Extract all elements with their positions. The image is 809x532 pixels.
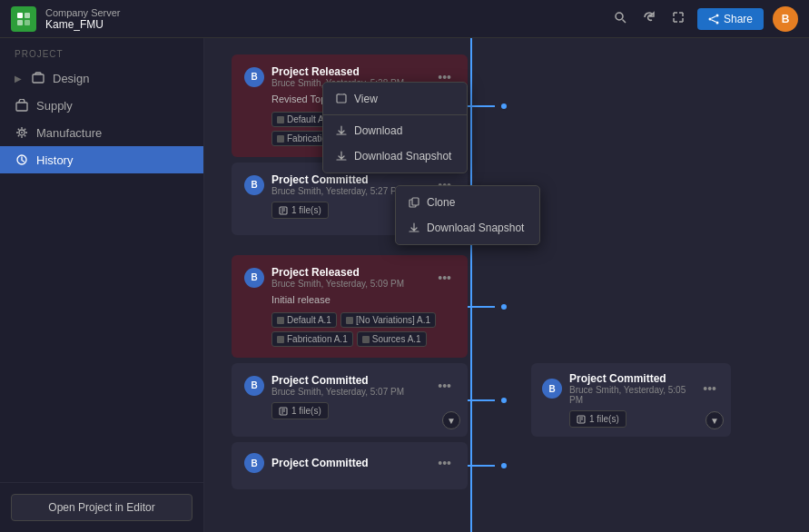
entry-title-2: Project Committed	[271, 173, 427, 186]
search-button[interactable]	[610, 7, 630, 30]
entry-title-4: Project Committed	[271, 374, 427, 387]
entry-files-4: 1 file(s)	[271, 402, 455, 419]
entry-avatar-3: B	[244, 268, 264, 288]
sidebar-item-manufacture-label: Manufacture	[36, 126, 102, 140]
svg-rect-16	[337, 94, 346, 103]
manufacture-icon	[15, 125, 29, 140]
entry-meta-4: Bruce Smith, Yesterday, 5:07 PM	[271, 387, 427, 397]
entry-right-expand-btn-4[interactable]: ▼	[705, 411, 724, 429]
refresh-button[interactable]	[639, 7, 659, 30]
entry-expand-btn-4[interactable]: ▼	[442, 411, 460, 429]
svg-point-8	[715, 21, 718, 24]
sidebar-item-supply-label: Supply	[36, 99, 73, 113]
open-editor-button[interactable]: Open Project in Editor	[11, 494, 192, 521]
dropdown-menu-mid: Clone Download Snapshot	[395, 185, 540, 245]
entry-connector-5	[468, 465, 495, 467]
dropdown-item-view[interactable]: View	[323, 86, 467, 112]
svg-point-7	[708, 17, 711, 20]
svg-point-4	[616, 13, 623, 20]
entry-title-block-4: Project Committed Bruce Smith, Yesterday…	[271, 374, 427, 397]
tag-color-novariations-a1	[346, 317, 353, 324]
svg-line-10	[711, 19, 715, 21]
sidebar-item-manufacture[interactable]: Manufacture	[0, 119, 203, 146]
sidebar: PROJECT ▶ Design Supply Manufacture His	[0, 38, 204, 532]
svg-line-9	[711, 15, 715, 17]
entry-header-5: B Project Committed •••	[244, 453, 455, 473]
entry-meta-3: Bruce Smith, Yesterday, 5:09 PM	[271, 279, 427, 289]
entry-avatar-4: B	[244, 376, 264, 396]
entry-right-files-4: 1 file(s)	[569, 410, 720, 428]
tag-fabrication-a1: Fabrication A.1	[271, 331, 353, 347]
svg-rect-19	[412, 198, 419, 205]
history-entry-4: B Project Committed Bruce Smith, Yesterd…	[232, 363, 782, 437]
timeline-dot-5	[499, 461, 508, 470]
dropdown-item-download[interactable]: Download	[323, 118, 467, 143]
svg-rect-2	[17, 20, 23, 25]
project-name: Kame_FMU	[45, 18, 610, 31]
entry-dot-area-3	[495, 302, 513, 311]
tag-color-sources-a1	[362, 336, 370, 343]
timeline-dot-4	[499, 396, 508, 405]
tag-color-default-a1	[277, 317, 284, 324]
entry-title-5: Project Committed	[271, 457, 427, 469]
timeline-dot-3	[499, 302, 508, 311]
tag-color-default-a2	[277, 116, 284, 123]
sidebar-item-design[interactable]: ▶ Design	[0, 64, 203, 92]
entry-more-btn-4[interactable]: •••	[434, 378, 455, 394]
svg-point-14	[21, 132, 23, 133]
svg-rect-12	[16, 103, 27, 111]
dropdown-item-download-snapshot[interactable]: Download Snapshot	[323, 143, 467, 169]
sidebar-bottom: Open Project in Editor	[0, 482, 203, 532]
user-avatar[interactable]: B	[773, 6, 798, 32]
sidebar-item-history[interactable]: History	[0, 146, 203, 173]
tag-color-fabrication-a2	[277, 135, 284, 143]
entry-header-3: B Project Released Bruce Smith, Yesterda…	[244, 266, 455, 289]
sidebar-item-supply[interactable]: Supply	[0, 92, 203, 119]
tag-default-a1: Default A.1	[271, 312, 337, 328]
files-badge-4: 1 file(s)	[271, 402, 329, 419]
design-icon	[31, 71, 45, 85]
dropdown-divider-1	[323, 114, 467, 115]
files-badge-right-4: 1 file(s)	[569, 410, 626, 428]
dropdown-item-download-snapshot-2[interactable]: Download Snapshot	[396, 215, 539, 241]
topbar-title-block: Company Server Kame_FMU	[45, 7, 610, 31]
svg-line-5	[622, 20, 626, 24]
history-entry-2: B Project Committed Bruce Smith, Yesterd…	[232, 163, 782, 235]
timeline-dot-1	[499, 102, 508, 111]
entry-dot-area-5	[495, 461, 513, 470]
topbar: Company Server Kame_FMU Share B	[0, 0, 809, 38]
svg-rect-0	[17, 13, 23, 18]
entry-avatar-1: B	[244, 67, 264, 87]
entry-right-meta-4: Bruce Smith, Yesterday, 5:05 PM	[569, 385, 692, 405]
sidebar-item-design-label: Design	[53, 72, 89, 85]
entry-more-btn-5[interactable]: •••	[434, 455, 455, 471]
entry-card-5: B Project Committed •••	[232, 442, 468, 489]
history-icon	[15, 153, 29, 167]
entry-dot-area-4	[495, 396, 513, 405]
sidebar-section-label: PROJECT	[0, 38, 203, 64]
entry-more-btn-3[interactable]: •••	[434, 270, 455, 286]
entry-right-more-btn-4[interactable]: •••	[699, 380, 720, 397]
entry-connector-1	[468, 105, 495, 107]
entry-right-avatar-4: B	[542, 379, 562, 399]
svg-rect-11	[33, 74, 44, 83]
server-name: Company Server	[45, 7, 610, 18]
entry-card-4: B Project Committed Bruce Smith, Yesterd…	[232, 363, 468, 437]
entry-right-header-4: B Project Committed Bruce Smith, Yesterd…	[542, 372, 720, 405]
app-logo	[11, 6, 36, 32]
entry-description-3: Initial release	[271, 294, 455, 305]
history-list: B Project Released Bruce Smith, Yesterda…	[232, 38, 782, 489]
files-badge-2: 1 file(s)	[271, 202, 329, 219]
entry-dot-area-1	[495, 102, 513, 111]
expand-arrow-design: ▶	[15, 74, 22, 84]
sidebar-item-history-label: History	[36, 153, 73, 167]
svg-rect-3	[25, 20, 30, 25]
expand-button[interactable]	[668, 7, 688, 30]
tag-novariations-a1: [No Variations] A.1	[340, 312, 436, 328]
entry-title-3: Project Released	[271, 266, 427, 279]
history-content: B Project Released Bruce Smith, Yesterda…	[204, 38, 809, 532]
dropdown-item-clone[interactable]: Clone	[396, 190, 539, 215]
topbar-actions: Share B	[610, 6, 798, 32]
entry-avatar-2: B	[244, 175, 264, 195]
share-button[interactable]: Share	[697, 8, 764, 30]
